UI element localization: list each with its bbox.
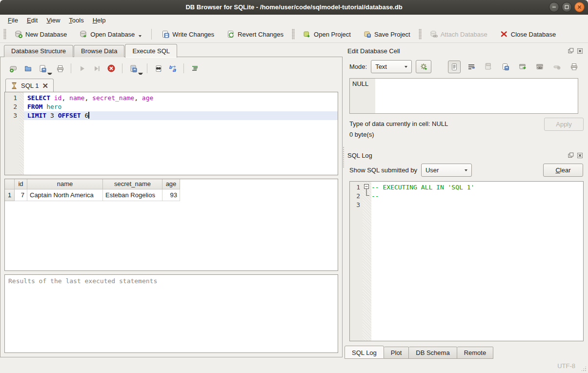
save-project-label: Save Project bbox=[374, 31, 410, 38]
log-filter-row: Show SQL submitted by User Clear bbox=[344, 161, 588, 179]
write-changes-button[interactable]: Write Changes bbox=[158, 28, 218, 41]
cell-id[interactable]: 7 bbox=[15, 189, 27, 201]
find-button[interactable] bbox=[151, 62, 165, 75]
save-project-button[interactable]: Save Project bbox=[360, 28, 414, 41]
sql-log-view[interactable]: 1 2 3 -- EXECUTING ALL IN 'SQL 1' -- bbox=[349, 181, 584, 341]
new-database-label: New Database bbox=[25, 31, 67, 38]
edit-cell-dock: Edit Database Cell bbox=[344, 45, 588, 146]
open-external-button[interactable] bbox=[516, 61, 529, 73]
row-header[interactable]: 1 bbox=[5, 189, 15, 201]
main-toolbar: New Database Open Database Write Changes bbox=[0, 26, 588, 43]
float-icon bbox=[568, 48, 574, 54]
dock-tab-sql-log[interactable]: SQL Log bbox=[345, 346, 384, 359]
maximize-button[interactable] bbox=[562, 2, 572, 12]
stop-execution-button[interactable] bbox=[104, 62, 118, 75]
sql-tab-close-icon[interactable]: ✕ bbox=[42, 82, 48, 89]
tab-database-structure[interactable]: Database Structure bbox=[4, 45, 73, 57]
cell-secret-name[interactable]: Esteban Rogelios bbox=[103, 189, 162, 201]
column-header-age[interactable]: age bbox=[162, 179, 180, 189]
sql-editor[interactable]: 1 2 3 SELECT id, name, secret_name, age … bbox=[4, 92, 338, 175]
menu-file[interactable]: File bbox=[3, 16, 22, 25]
close-database-icon bbox=[500, 30, 508, 38]
clear-log-button[interactable]: Clear bbox=[543, 164, 583, 177]
tab-browse-data[interactable]: Browse Data bbox=[74, 45, 124, 57]
maximize-icon bbox=[565, 5, 569, 9]
execute-line-button[interactable] bbox=[90, 62, 103, 75]
close-button[interactable] bbox=[574, 2, 585, 12]
close-dock-button[interactable] bbox=[576, 152, 583, 159]
find-replace-button[interactable]: b a bbox=[166, 62, 180, 75]
splitter-handle[interactable] bbox=[344, 146, 588, 149]
window-title: DB Browser for SQLite - /home/user/code/… bbox=[185, 3, 402, 11]
format-sql-button[interactable] bbox=[188, 62, 202, 75]
column-header-name[interactable]: name bbox=[27, 179, 103, 189]
word-wrap-button[interactable] bbox=[465, 61, 478, 73]
save-results-dropdown-icon[interactable] bbox=[138, 73, 143, 76]
menu-view[interactable]: View bbox=[42, 16, 64, 25]
print-cell-button[interactable] bbox=[568, 61, 580, 73]
new-database-icon bbox=[15, 30, 22, 38]
print-sql-button[interactable] bbox=[53, 62, 67, 75]
copy-link-button[interactable] bbox=[533, 61, 546, 73]
import-data-button[interactable] bbox=[416, 60, 431, 73]
minimize-button[interactable] bbox=[549, 2, 559, 12]
float-dock-button[interactable] bbox=[568, 152, 574, 159]
sql-1-tab[interactable]: SQL 1 ✕ bbox=[5, 79, 54, 92]
submitted-by-select[interactable]: User bbox=[421, 164, 472, 177]
toolbar-separator bbox=[71, 63, 71, 73]
set-null-button[interactable] bbox=[550, 61, 563, 73]
open-database-dropdown-icon[interactable] bbox=[139, 35, 142, 37]
float-dock-button[interactable] bbox=[568, 47, 574, 54]
link-window-icon bbox=[536, 63, 544, 71]
toolbar-separator bbox=[183, 63, 184, 73]
import-from-file-button[interactable] bbox=[482, 61, 495, 73]
open-sql-file-button[interactable] bbox=[21, 62, 35, 75]
close-database-button[interactable]: Close Database bbox=[497, 28, 560, 41]
export-to-file-button[interactable] bbox=[499, 61, 512, 73]
toolbar-drag-handle[interactable] bbox=[419, 29, 422, 40]
close-dock-button[interactable] bbox=[576, 47, 583, 54]
dock-tab-db-schema[interactable]: DB Schema bbox=[409, 347, 457, 359]
cell-value: NULL bbox=[350, 79, 375, 113]
text-mode-button[interactable] bbox=[448, 61, 461, 73]
filter-label: Show SQL submitted by bbox=[349, 166, 417, 174]
toolbar-drag-handle[interactable] bbox=[292, 29, 295, 40]
external-window-icon bbox=[519, 63, 527, 71]
execute-all-button[interactable] bbox=[75, 62, 89, 75]
open-sql-tab-button[interactable] bbox=[6, 62, 20, 75]
toolbar-drag-handle[interactable] bbox=[3, 29, 6, 40]
splitter-handle[interactable] bbox=[4, 271, 338, 274]
mode-select[interactable]: Text bbox=[371, 60, 412, 73]
column-header-secret-name[interactable]: secret_name bbox=[103, 179, 162, 189]
sql-code[interactable]: SELECT id, name, secret_name, age FROM h… bbox=[24, 92, 338, 175]
open-database-label: Open Database bbox=[90, 31, 135, 38]
menu-help[interactable]: Help bbox=[88, 16, 110, 25]
close-database-label: Close Database bbox=[511, 31, 556, 38]
cell-age[interactable]: 93 bbox=[162, 189, 180, 201]
line-number-gutter: 1 2 3 bbox=[5, 92, 20, 175]
new-database-button[interactable]: New Database bbox=[11, 28, 70, 41]
svg-text:a: a bbox=[172, 67, 176, 73]
dock-tab-remote[interactable]: Remote bbox=[457, 347, 494, 359]
open-project-button[interactable]: Open Project bbox=[300, 28, 354, 41]
sql-line-3: LIMIT 3 OFFSET 6 bbox=[24, 111, 338, 120]
column-header-id[interactable]: id bbox=[15, 179, 27, 189]
menu-tools[interactable]: Tools bbox=[64, 16, 88, 25]
dock-tab-plot[interactable]: Plot bbox=[384, 347, 409, 359]
attach-database-button[interactable]: Attach Database bbox=[426, 28, 491, 41]
vertical-splitter-handle[interactable] bbox=[343, 146, 345, 168]
cell-name[interactable]: Captain North America bbox=[27, 189, 103, 201]
open-file-icon bbox=[24, 64, 32, 73]
save-file-dropdown-icon[interactable] bbox=[47, 73, 52, 76]
results-message-box: Results of the last executed statements bbox=[4, 274, 338, 353]
tab-execute-sql[interactable]: Execute SQL bbox=[125, 44, 177, 58]
revert-changes-button[interactable]: Revert Changes bbox=[223, 28, 287, 41]
grid-corner[interactable] bbox=[5, 179, 15, 189]
toolbar-separator bbox=[122, 63, 122, 73]
menu-edit[interactable]: Edit bbox=[22, 16, 42, 25]
cell-value-editor[interactable]: NULL bbox=[349, 78, 578, 114]
resize-grip[interactable] bbox=[581, 366, 587, 372]
apply-button[interactable]: Apply bbox=[544, 118, 584, 131]
splitter-handle[interactable] bbox=[4, 175, 338, 179]
open-database-button[interactable]: Open Database bbox=[76, 28, 145, 41]
